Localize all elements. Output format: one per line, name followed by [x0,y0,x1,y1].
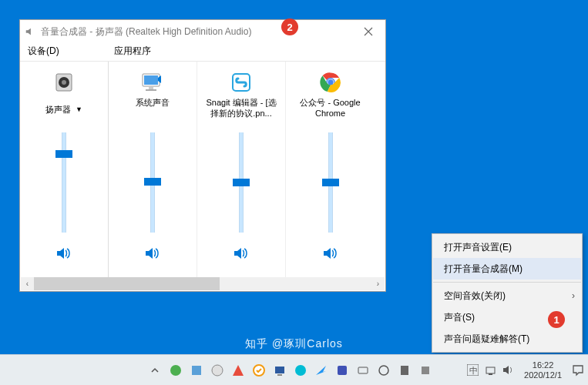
svg-point-20 [379,366,388,375]
app-column-chrome: 公众号 - Google Chrome [286,62,375,277]
app-icon[interactable] [188,362,205,379]
svg-rect-18 [338,366,347,375]
app-column-snagit: Snagit 编辑器 - [选择新的协议.pn... [197,62,286,277]
mute-toggle[interactable] [234,246,249,260]
column-headers: 设备(D) 应用程序 [20,43,385,61]
mixer-columns: 扬声器 ▼ 系统声音 [20,61,385,277]
volume-slider[interactable] [62,132,66,233]
menu-separator [433,282,581,283]
app-icon[interactable] [396,362,413,379]
app-icon[interactable] [230,362,247,379]
app-icon[interactable] [417,362,434,379]
svg-point-11 [170,365,181,376]
device-column: 扬声器 ▼ [20,62,109,277]
speaker-device-icon[interactable] [51,69,77,95]
header-device: 设备(D) [28,45,111,58]
volume-slider[interactable] [150,132,155,233]
tray-up-icon[interactable] [146,362,163,379]
sound-context-menu: 打开声音设置(E) 打开音量合成器(M) 空间音效(关闭)› 声音(S) 声音问… [432,233,583,353]
menu-open-volume-mixer[interactable]: 打开音量合成器(M) [433,258,581,280]
ime-icon[interactable]: 中 [466,363,479,377]
menu-spatial-sound[interactable]: 空间音效(关闭)› [433,285,581,306]
menu-open-sound-settings[interactable]: 打开声音设置(E) [433,236,581,258]
app-icon[interactable] [271,362,288,379]
svg-rect-19 [358,367,368,373]
svg-rect-5 [149,87,153,89]
annotation-badge-2: 2 [281,18,298,35]
menu-troubleshoot[interactable]: 声音问题疑难解答(T) [433,328,581,350]
svg-point-17 [295,365,306,376]
svg-point-13 [212,365,223,376]
volume-slider[interactable] [239,132,244,233]
app-icon[interactable] [250,362,267,379]
app-icon[interactable] [313,362,330,379]
speaker-icon [24,25,36,38]
app-icon[interactable] [334,362,351,379]
taskbar-clock[interactable]: 16:22 2020/12/1 [519,360,566,380]
mute-toggle[interactable] [56,246,72,260]
app-label: 系统声音 [131,97,174,122]
title-bar: 音量合成器 - 扬声器 (Realtek High Definition Aud… [20,20,385,43]
app-label: 公众号 - Google Chrome [286,97,375,122]
app-column-system: 系统声音 [109,62,197,277]
network-icon[interactable] [484,363,497,377]
horizontal-scrollbar[interactable]: ‹ › [21,277,385,290]
app-icon[interactable] [354,362,371,379]
app-label: Snagit 编辑器 - [选择新的协议.pn... [197,97,285,122]
taskbar-center-icons [146,362,434,379]
header-apps: 应用程序 [111,45,378,58]
svg-point-10 [328,79,333,85]
annotation-badge-1: 1 [548,311,565,328]
app-icon[interactable] [167,362,184,379]
volume-mixer-window: 音量合成器 - 扬声器 (Realtek High Definition Aud… [19,19,386,292]
scroll-right-button[interactable]: › [371,277,385,290]
mute-toggle[interactable] [145,246,160,260]
system-tray: 中 16:22 2020/12/1 [466,355,585,385]
scroll-left-button[interactable]: ‹ [21,277,34,290]
system-sound-icon[interactable] [139,69,166,95]
app-icon[interactable] [209,362,226,379]
action-center-icon[interactable] [571,355,585,386]
svg-rect-21 [401,366,408,375]
chevron-right-icon: › [572,290,575,301]
taskbar: 中 16:22 2020/12/1 [0,354,588,385]
app-icon[interactable] [375,362,392,379]
svg-rect-4 [144,75,158,85]
svg-text:中: 中 [469,366,478,375]
snagit-icon[interactable] [228,69,254,95]
svg-rect-22 [422,367,429,374]
close-button[interactable] [353,22,384,42]
volume-slider[interactable] [328,132,333,233]
svg-rect-25 [486,367,495,373]
svg-rect-15 [275,367,284,373]
svg-rect-12 [192,366,201,375]
svg-point-2 [62,80,66,85]
device-label[interactable]: 扬声器 ▼ [41,97,87,122]
scrollbar-thumb[interactable] [34,277,220,290]
volume-tray-icon[interactable] [502,363,515,377]
svg-rect-6 [146,89,156,91]
svg-rect-16 [277,374,282,376]
window-title: 音量合成器 - 扬声器 (Realtek High Definition Aud… [41,25,251,38]
svg-rect-26 [489,373,492,375]
chevron-down-icon: ▼ [76,104,82,115]
app-icon[interactable] [292,362,309,379]
mute-toggle[interactable] [323,246,338,260]
chrome-icon[interactable] [318,69,344,95]
